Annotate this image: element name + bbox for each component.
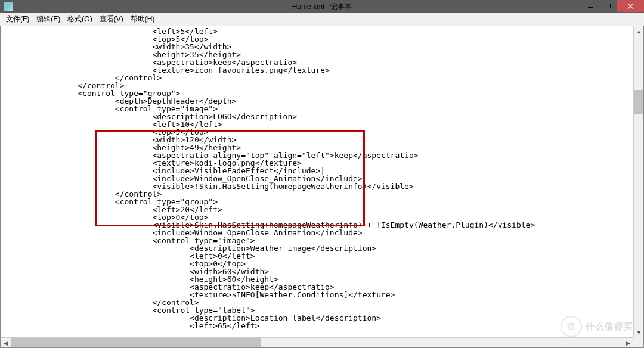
watermark-text: 什么值得买 <box>586 321 633 333</box>
scroll-left-button[interactable]: ◀ <box>1 338 11 348</box>
menu-file[interactable]: 文件(F) <box>2 14 33 24</box>
svg-rect-1 <box>606 4 610 8</box>
watermark-badge-icon: 值 <box>561 316 582 337</box>
vertical-scroll-thumb[interactable] <box>634 90 643 114</box>
window-title: Home.xml - 记事本 <box>292 2 352 12</box>
notepad-window: Home.xml - 记事本 文件(F) 编辑(E) 格式(O) 查看(V) 帮… <box>0 0 644 348</box>
horizontal-scroll-thumb[interactable] <box>11 338 261 347</box>
scroll-up-button[interactable]: ▲ <box>634 26 644 36</box>
close-button[interactable] <box>617 0 644 12</box>
maximize-button[interactable] <box>599 0 617 12</box>
titlebar[interactable]: Home.xml - 记事本 <box>0 0 644 13</box>
horizontal-scrollbar[interactable]: ◀ ▶ <box>1 337 633 347</box>
scroll-down-button[interactable]: ▼ <box>634 327 644 337</box>
menu-edit[interactable]: 编辑(E) <box>33 14 64 24</box>
text-editor[interactable]: <left>5</left> <top>5</top> <width>35</w… <box>0 26 644 348</box>
vertical-scrollbar[interactable]: ▲ ▼ <box>633 26 643 337</box>
menubar: 文件(F) 编辑(E) 格式(O) 查看(V) 帮助(H) <box>0 13 644 26</box>
scrollbar-corner <box>633 337 643 347</box>
scroll-right-button[interactable]: ▶ <box>623 338 633 348</box>
minimize-button[interactable] <box>581 0 599 12</box>
menu-format[interactable]: 格式(O) <box>64 14 95 24</box>
window-controls <box>581 0 644 12</box>
watermark: 值 什么值得买 <box>561 316 633 337</box>
text-content[interactable]: <left>5</left> <top>5</top> <width>35</w… <box>1 26 643 330</box>
horizontal-scroll-track[interactable] <box>11 338 623 347</box>
notepad-icon <box>4 2 13 11</box>
menu-view[interactable]: 查看(V) <box>96 14 127 24</box>
vertical-scroll-track[interactable] <box>634 36 643 327</box>
menu-help[interactable]: 帮助(H) <box>127 14 159 24</box>
